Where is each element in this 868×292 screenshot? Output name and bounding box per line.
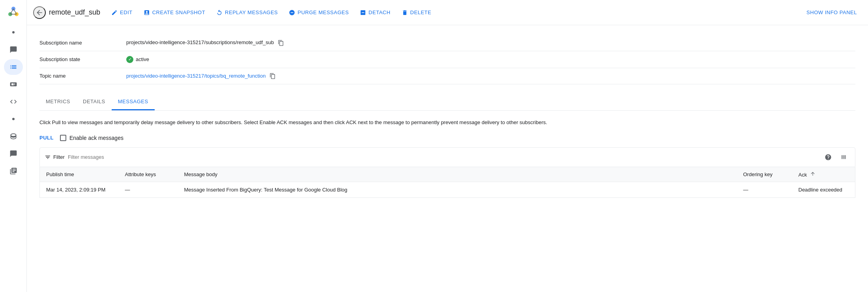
filter-actions [822, 151, 850, 164]
page-title: remote_udf_sub [49, 8, 100, 17]
sidebar-item-storage[interactable] [4, 76, 23, 92]
col-header-ordering-key: Ordering key [737, 167, 792, 182]
purge-icon [289, 9, 295, 16]
tab-details[interactable]: DETAILS [77, 94, 112, 110]
table-header-row: Publish time Attribute keys Message body… [40, 167, 855, 182]
help-button[interactable] [822, 151, 834, 164]
sidebar-item-list[interactable] [4, 59, 23, 75]
main-content: remote_udf_sub EDIT CREATE SNAPSHOT REPL… [27, 0, 868, 292]
copy-name-icon[interactable] [278, 40, 284, 46]
cell-attribute-keys: — [119, 182, 178, 197]
sidebar [0, 0, 27, 292]
topic-name-label: Topic name [39, 68, 126, 84]
sidebar-item-dot2 [4, 111, 23, 127]
subscription-state-value: ✓ active [126, 51, 855, 68]
detach-icon [360, 9, 366, 16]
detach-button[interactable]: DETACH [355, 7, 395, 18]
purge-messages-button[interactable]: PURGE MESSAGES [284, 7, 354, 18]
topbar-actions: EDIT CREATE SNAPSHOT REPLAY MESSAGES PUR… [107, 7, 799, 18]
help-icon [825, 154, 832, 161]
sidebar-item-database[interactable] [4, 128, 23, 144]
tab-messages[interactable]: MESSAGES [112, 94, 155, 110]
messages-description: Click Pull to view messages and temporar… [39, 119, 592, 127]
table-row: Mar 14, 2023, 2:09:19 PM — Message Inser… [40, 182, 855, 197]
sidebar-item-listalt[interactable] [4, 163, 23, 179]
content-area: Subscription name projects/video-intelli… [27, 25, 868, 292]
tabs: METRICS DETAILS MESSAGES [39, 94, 855, 111]
columns-icon [840, 154, 847, 161]
show-info-panel-button[interactable]: SHOW INFO PANEL [802, 7, 862, 18]
replay-icon [216, 9, 223, 16]
filter-bar: Filter [39, 147, 855, 167]
enable-ack-checkbox[interactable] [60, 135, 66, 141]
copy-topic-icon[interactable] [269, 73, 276, 79]
topic-name-row: Topic name projects/video-intelligence-3… [39, 68, 855, 84]
cell-ordering-key: — [737, 182, 792, 197]
create-snapshot-button[interactable]: CREATE SNAPSHOT [139, 7, 210, 18]
pull-row: PULL Enable ack messages [39, 135, 855, 141]
sidebar-item-dot1 [4, 24, 23, 40]
edit-button[interactable]: EDIT [107, 7, 137, 18]
cell-message-body: Message Inserted From BigQuery: Test Mes… [178, 182, 737, 197]
subscription-name-label: Subscription name [39, 35, 126, 51]
subscription-name-value: projects/video-intelligence-315217/subsc… [126, 35, 855, 51]
topbar: remote_udf_sub EDIT CREATE SNAPSHOT REPL… [27, 0, 868, 25]
col-header-publish-time: Publish time [40, 167, 119, 182]
cell-publish-time: Mar 14, 2023, 2:09:19 PM [40, 182, 119, 197]
filter-icon [45, 154, 51, 160]
ack-sort-icon[interactable] [810, 171, 816, 177]
cell-ack: Deadline exceeded [792, 182, 855, 197]
tab-metrics[interactable]: METRICS [39, 94, 77, 110]
subscription-info-table: Subscription name projects/video-intelli… [39, 35, 855, 84]
pull-button[interactable]: PULL [39, 135, 54, 141]
col-header-message-body: Message body [178, 167, 737, 182]
sidebar-item-chat[interactable] [4, 42, 23, 58]
edit-icon [111, 9, 118, 16]
filter-label: Filter [53, 154, 65, 160]
snapshot-icon [144, 9, 150, 16]
delete-button[interactable]: DELETE [397, 7, 436, 18]
replay-messages-button[interactable]: REPLAY MESSAGES [211, 7, 282, 18]
topic-name-value: projects/video-intelligence-315217/topic… [126, 68, 855, 84]
subscription-state-label: Subscription state [39, 51, 126, 68]
col-header-ack: Ack [792, 167, 855, 182]
sidebar-item-code[interactable] [4, 94, 23, 110]
filter-input[interactable] [68, 154, 819, 160]
topic-link[interactable]: projects/video-intelligence-315217/topic… [126, 73, 266, 79]
status-check-icon: ✓ [126, 56, 133, 63]
col-header-attribute-keys: Attribute keys [119, 167, 178, 182]
back-button[interactable] [33, 6, 46, 19]
columns-button[interactable] [838, 151, 850, 164]
messages-table: Publish time Attribute keys Message body… [39, 167, 855, 198]
status-badge: ✓ active [126, 56, 855, 63]
delete-icon [402, 9, 408, 16]
enable-ack-label[interactable]: Enable ack messages [60, 135, 123, 141]
logo [6, 4, 21, 18]
sidebar-item-message2[interactable] [4, 146, 23, 162]
subscription-state-row: Subscription state ✓ active [39, 51, 855, 68]
subscription-name-row: Subscription name projects/video-intelli… [39, 35, 855, 51]
filter-icon-label: Filter [45, 154, 65, 160]
